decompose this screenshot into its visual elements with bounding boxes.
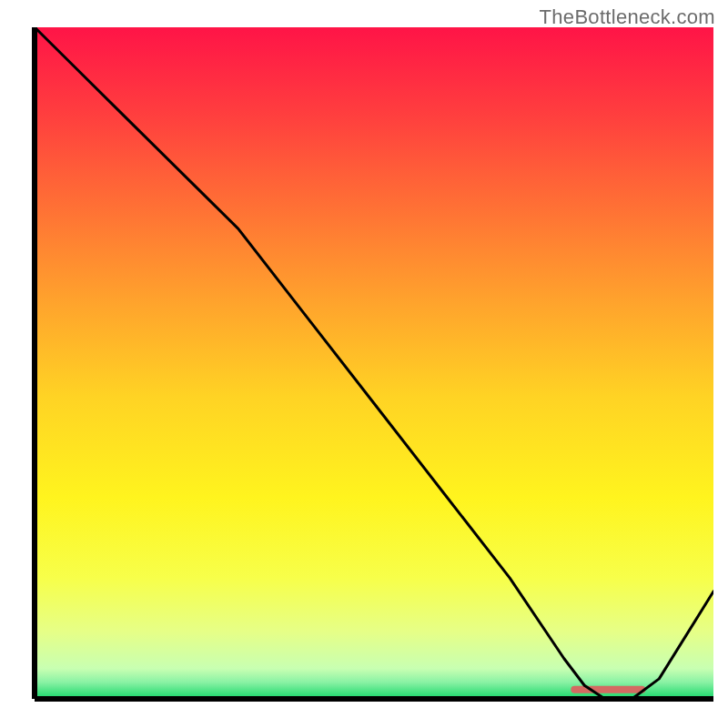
plot-area xyxy=(35,27,713,699)
chart-container: { "watermark": "TheBottleneck.com", "cha… xyxy=(0,0,728,728)
flat-zone-marker xyxy=(571,686,645,693)
watermark-text: TheBottleneck.com xyxy=(540,5,715,29)
chart-svg xyxy=(0,0,728,728)
